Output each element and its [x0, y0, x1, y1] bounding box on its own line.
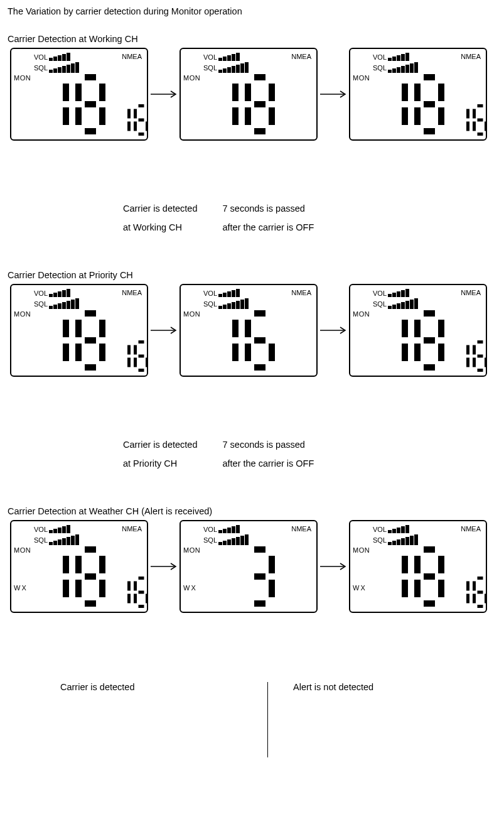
- lcd-weather-3: VOL SQL NMEAMONWX: [349, 520, 487, 613]
- mon-label: MON: [353, 74, 370, 82]
- arrow-icon: [148, 326, 180, 335]
- nmea-label: NMEA: [461, 525, 481, 533]
- vol-label: VOL: [34, 53, 48, 61]
- caption-text: after the carrier is OFF: [222, 458, 314, 468]
- caption-text: at Priority CH: [123, 458, 197, 468]
- priority-captions: Carrier is detected at Priority CH 7 sec…: [123, 440, 500, 468]
- sql-label: SQL: [203, 64, 217, 72]
- lcd-digits: [375, 308, 487, 373]
- section-working-title: Carrier Detection at Working CH: [8, 34, 500, 44]
- mon-label: MON: [183, 546, 200, 554]
- sql-label: SQL: [203, 300, 217, 308]
- vol-label: VOL: [373, 53, 387, 61]
- lcd-working-1: VOL SQL NMEAMON: [10, 48, 148, 141]
- vol-label: VOL: [34, 290, 48, 297]
- caption-text: 7 seconds is passed: [222, 440, 314, 450]
- working-captions: Carrier is detected at Working CH 7 seco…: [123, 203, 500, 232]
- lcd-digits: [36, 72, 148, 137]
- lcd-digits: [375, 72, 487, 137]
- lcd-weather-1: VOL SQL NMEAMONWX: [10, 520, 148, 613]
- caption-text: 7 seconds is passed: [222, 203, 314, 214]
- weather-row: VOL SQL NMEAMONWX VOL SQL NMEAMONWX VOL …: [10, 520, 500, 613]
- caption-text: after the carrier is OFF: [222, 222, 314, 232]
- lcd-working-2: VOL SQL NMEAMON: [180, 48, 318, 141]
- wx-label: WX: [183, 584, 197, 592]
- lcd-priority-1: VOL SQL NMEAMON: [10, 284, 148, 377]
- lcd-weather-2: VOL SQL NMEAMONWX: [180, 520, 318, 613]
- mon-label: MON: [14, 546, 31, 554]
- nmea-label: NMEA: [122, 53, 142, 60]
- mon-label: MON: [183, 74, 200, 82]
- page-title: The Variation by carrier detection durin…: [8, 6, 500, 16]
- vol-label: VOL: [203, 290, 217, 297]
- weather-captions: Carrier is detected Alert is not detecte…: [60, 682, 500, 757]
- lcd-digits: [206, 544, 277, 609]
- nmea-label: NMEA: [291, 525, 311, 533]
- nmea-label: NMEA: [122, 525, 142, 533]
- sql-label: SQL: [373, 300, 387, 308]
- caption-text: Alert is not detected: [293, 682, 373, 692]
- sql-label: SQL: [34, 300, 48, 308]
- section-weather-title: Carrier Detection at Weather CH (Alert i…: [8, 506, 500, 516]
- mon-label: MON: [183, 310, 200, 318]
- section-priority-title: Carrier Detection at Priority CH: [8, 270, 500, 280]
- nmea-label: NMEA: [291, 289, 311, 296]
- nmea-label: NMEA: [461, 289, 481, 296]
- nmea-label: NMEA: [461, 53, 481, 60]
- wx-label: WX: [353, 584, 367, 592]
- vol-label: VOL: [373, 290, 387, 297]
- lcd-digits: [36, 308, 148, 373]
- lcd-priority-3: VOL SQL NMEAMON: [349, 284, 487, 377]
- sql-label: SQL: [203, 536, 217, 544]
- nmea-label: NMEA: [291, 53, 311, 60]
- arrow-icon: [148, 90, 180, 99]
- sql-label: SQL: [34, 64, 48, 72]
- priority-row: VOL SQL NMEAMON VOL SQL NMEAMON VOL SQL …: [10, 284, 500, 377]
- vol-label: VOL: [34, 526, 48, 533]
- vol-label: VOL: [373, 526, 387, 533]
- working-row: VOL SQL NMEAMON VOL SQL NMEAMON VOL SQL …: [10, 48, 500, 141]
- lcd-digits: [206, 72, 277, 137]
- wx-label: WX: [14, 584, 28, 592]
- caption-text: Carrier is detected: [123, 440, 197, 450]
- caption-text: Carrier is detected: [123, 203, 197, 214]
- lcd-working-3: VOL SQL NMEAMON: [349, 48, 487, 141]
- arrow-icon: [148, 562, 180, 571]
- lcd-digits: [375, 544, 487, 609]
- lcd-digits: [206, 308, 277, 373]
- vertical-divider: [267, 682, 268, 757]
- mon-label: MON: [14, 310, 31, 318]
- sql-label: SQL: [373, 64, 387, 72]
- arrow-icon: [318, 326, 349, 335]
- vol-label: VOL: [203, 53, 217, 61]
- lcd-digits: [36, 544, 148, 609]
- mon-label: MON: [353, 310, 370, 318]
- sql-label: SQL: [34, 536, 48, 544]
- lcd-priority-2: VOL SQL NMEAMON: [180, 284, 318, 377]
- sql-label: SQL: [373, 536, 387, 544]
- mon-label: MON: [353, 546, 370, 554]
- arrow-icon: [318, 90, 349, 99]
- mon-label: MON: [14, 74, 31, 82]
- caption-text: Carrier is detected: [60, 682, 134, 692]
- vol-label: VOL: [203, 526, 217, 533]
- arrow-icon: [318, 562, 349, 571]
- caption-text: at Working CH: [123, 222, 197, 232]
- nmea-label: NMEA: [122, 289, 142, 296]
